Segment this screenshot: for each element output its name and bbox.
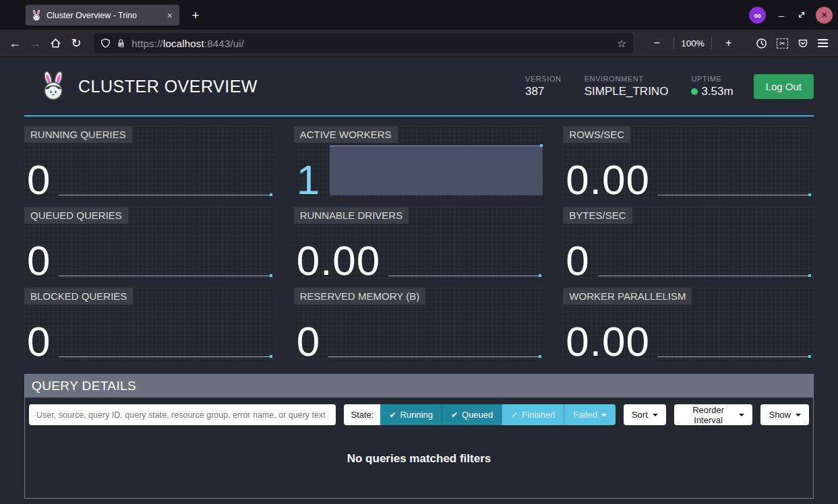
stat-value: 1	[297, 160, 320, 199]
shield-icon[interactable]	[100, 38, 111, 49]
stat-card-bytes-sec: BYTES/SEC 0	[563, 207, 814, 280]
chevron-down-icon	[653, 414, 658, 419]
lock-warning-icon[interactable]	[116, 38, 126, 49]
screenshot-icon[interactable]: ✂	[774, 33, 790, 53]
empty-results-message: No queries matched filters	[25, 432, 813, 498]
url-bar[interactable]: https://localhost:8443/ui/ ☆	[94, 33, 633, 53]
browser-toolbar: ← → ↻ https://localhost:8443/ui/ ☆ − 100…	[0, 30, 838, 57]
zoom-level[interactable]: 100%	[681, 38, 705, 49]
tab-close-icon[interactable]: ×	[166, 10, 174, 21]
stats-grid: RUNNING QUERIES 0 ACTIVE WORKERS 1 ROWS/…	[24, 126, 814, 360]
query-filter-toolbar: State: ✔Running ✔Queued ✔Finished Failed…	[25, 398, 813, 432]
page-title: CLUSTER OVERVIEW	[78, 77, 525, 96]
reload-icon[interactable]: ↻	[68, 33, 84, 53]
chevron-down-icon	[601, 414, 607, 419]
uptime-block: UPTIME 3.53m	[691, 75, 733, 98]
window-close-button[interactable]: ×	[816, 7, 833, 24]
logout-button[interactable]: Log Out	[754, 74, 814, 99]
browser-tab-bar: Cluster Overview - Trino × + ∞ – ×	[0, 0, 838, 30]
uptime-value: 3.53m	[701, 85, 733, 98]
window-restore-button[interactable]	[797, 10, 806, 20]
divider	[674, 37, 674, 49]
sparkline-chart	[59, 356, 272, 357]
stat-value: 0	[27, 241, 51, 280]
stat-value: 0	[27, 160, 51, 199]
history-clock-icon[interactable]	[754, 33, 770, 53]
menu-icon[interactable]	[815, 33, 831, 53]
uptime-status-dot	[691, 88, 698, 95]
stat-value: 0	[297, 322, 320, 360]
tab-title: Cluster Overview - Trino	[47, 11, 161, 20]
reorder-interval-dropdown[interactable]: Reorder Interval	[674, 404, 753, 425]
state-filter-running[interactable]: ✔Running	[380, 404, 442, 425]
stat-card-worker-parallelism: WORKER PARALLELISM 0.00	[563, 288, 814, 360]
sparkline-chart	[59, 195, 272, 195]
private-browsing-icon: ∞	[749, 7, 766, 24]
stat-value: 0	[27, 322, 51, 360]
stat-card-queued-queries: QUEUED QUERIES 0	[24, 207, 275, 280]
browser-tab[interactable]: Cluster Overview - Trino ×	[26, 5, 179, 26]
divider	[711, 37, 712, 49]
state-filter-group: State: ✔Running ✔Queued ✔Finished Failed	[344, 404, 615, 425]
state-filter-failed-dropdown[interactable]: Failed	[564, 404, 615, 425]
check-icon: ✔	[389, 410, 396, 420]
stat-card-reserved-memory: RESERVED MEMORY (B) 0	[294, 288, 545, 360]
sparkline-chart	[658, 195, 811, 195]
check-icon: ✔	[451, 410, 458, 420]
environment-value: SIMPLE_TRINO	[585, 85, 669, 98]
sparkline-chart	[598, 276, 811, 276]
state-filter-label: State:	[344, 404, 380, 425]
query-details-panel: QUERY DETAILS State: ✔Running ✔Queued ✔F…	[24, 374, 814, 499]
stat-value: 0.00	[566, 322, 650, 360]
back-icon[interactable]: ←	[7, 33, 23, 53]
sparkline-chart	[388, 276, 541, 276]
stat-value: 0.00	[566, 160, 650, 199]
trino-favicon	[31, 9, 42, 22]
state-filter-queued[interactable]: ✔Queued	[442, 404, 502, 425]
sparkline-area-chart	[330, 146, 543, 195]
state-filter-finished[interactable]: ✔Finished	[502, 404, 564, 425]
chevron-down-icon	[739, 414, 744, 419]
version-block: VERSION 387	[525, 75, 562, 98]
stat-value: 0.00	[297, 241, 381, 280]
home-icon[interactable]	[48, 33, 64, 53]
stat-card-blocked-queries: BLOCKED QUERIES 0	[24, 288, 275, 360]
zoom-in-icon[interactable]: +	[719, 33, 739, 53]
bookmark-star-icon[interactable]: ☆	[617, 37, 626, 50]
sort-dropdown[interactable]: Sort	[624, 404, 666, 425]
sparkline-chart	[328, 356, 541, 357]
window-minimize-button[interactable]: –	[775, 9, 787, 21]
forward-icon[interactable]: →	[27, 33, 43, 53]
check-icon: ✔	[511, 410, 518, 420]
stat-card-rows-sec: ROWS/SEC 0.00	[563, 126, 814, 199]
chevron-down-icon	[796, 414, 801, 419]
app-header: CLUSTER OVERVIEW VERSION 387 ENVIRONMENT…	[24, 57, 814, 117]
zoom-out-icon[interactable]: −	[647, 33, 667, 53]
stat-card-runnable-drivers: RUNNABLE DRIVERS 0.00	[294, 207, 545, 280]
show-dropdown[interactable]: Show	[760, 404, 809, 425]
trino-logo	[39, 71, 67, 102]
url-host: localhost	[163, 38, 204, 49]
sparkline-chart	[59, 276, 272, 276]
sparkline-chart	[658, 356, 811, 357]
url-text: https://localhost:8443/ui/	[131, 38, 611, 49]
version-value: 387	[525, 85, 562, 98]
query-details-title: QUERY DETAILS	[25, 375, 813, 398]
trino-cluster-overview-page: CLUSTER OVERVIEW VERSION 387 ENVIRONMENT…	[0, 57, 838, 504]
environment-block: ENVIRONMENT SIMPLE_TRINO	[585, 75, 669, 98]
pocket-icon[interactable]	[794, 33, 810, 53]
stat-value: 0	[566, 241, 589, 280]
query-search-input[interactable]	[29, 404, 336, 425]
stat-card-running-queries: RUNNING QUERIES 0	[24, 126, 275, 199]
stat-card-active-workers: ACTIVE WORKERS 1	[294, 126, 545, 199]
new-tab-button[interactable]: +	[186, 6, 205, 25]
